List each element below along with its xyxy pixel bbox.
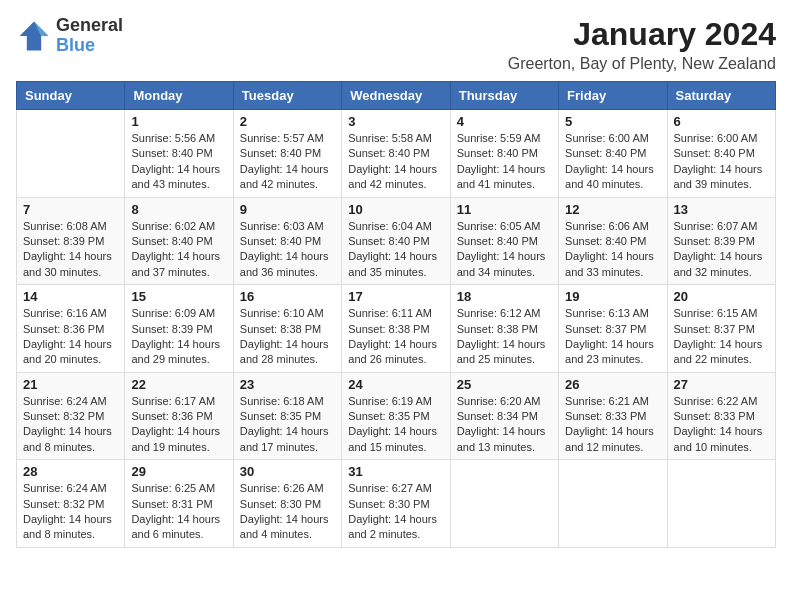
header-sunday: Sunday: [17, 82, 125, 110]
day-number: 21: [23, 377, 118, 392]
header-monday: Monday: [125, 82, 233, 110]
day-info: Sunrise: 6:08 AM Sunset: 8:39 PM Dayligh…: [23, 219, 118, 281]
header-friday: Friday: [559, 82, 667, 110]
calendar-cell: 3Sunrise: 5:58 AM Sunset: 8:40 PM Daylig…: [342, 110, 450, 198]
calendar-cell: 4Sunrise: 5:59 AM Sunset: 8:40 PM Daylig…: [450, 110, 558, 198]
calendar-cell: [667, 460, 775, 548]
calendar-cell: 10Sunrise: 6:04 AM Sunset: 8:40 PM Dayli…: [342, 197, 450, 285]
header-saturday: Saturday: [667, 82, 775, 110]
day-info: Sunrise: 6:16 AM Sunset: 8:36 PM Dayligh…: [23, 306, 118, 368]
day-info: Sunrise: 5:56 AM Sunset: 8:40 PM Dayligh…: [131, 131, 226, 193]
calendar-cell: 22Sunrise: 6:17 AM Sunset: 8:36 PM Dayli…: [125, 372, 233, 460]
day-info: Sunrise: 6:26 AM Sunset: 8:30 PM Dayligh…: [240, 481, 335, 543]
day-number: 18: [457, 289, 552, 304]
day-info: Sunrise: 6:00 AM Sunset: 8:40 PM Dayligh…: [674, 131, 769, 193]
calendar-cell: 13Sunrise: 6:07 AM Sunset: 8:39 PM Dayli…: [667, 197, 775, 285]
calendar-row-5: 28Sunrise: 6:24 AM Sunset: 8:32 PM Dayli…: [17, 460, 776, 548]
day-info: Sunrise: 5:58 AM Sunset: 8:40 PM Dayligh…: [348, 131, 443, 193]
day-number: 4: [457, 114, 552, 129]
day-info: Sunrise: 6:24 AM Sunset: 8:32 PM Dayligh…: [23, 481, 118, 543]
calendar-cell: 14Sunrise: 6:16 AM Sunset: 8:36 PM Dayli…: [17, 285, 125, 373]
day-info: Sunrise: 6:24 AM Sunset: 8:32 PM Dayligh…: [23, 394, 118, 456]
calendar-cell: 15Sunrise: 6:09 AM Sunset: 8:39 PM Dayli…: [125, 285, 233, 373]
calendar-cell: 9Sunrise: 6:03 AM Sunset: 8:40 PM Daylig…: [233, 197, 341, 285]
day-number: 23: [240, 377, 335, 392]
calendar: SundayMondayTuesdayWednesdayThursdayFrid…: [16, 81, 776, 548]
day-info: Sunrise: 6:21 AM Sunset: 8:33 PM Dayligh…: [565, 394, 660, 456]
calendar-cell: 5Sunrise: 6:00 AM Sunset: 8:40 PM Daylig…: [559, 110, 667, 198]
calendar-cell: 27Sunrise: 6:22 AM Sunset: 8:33 PM Dayli…: [667, 372, 775, 460]
calendar-cell: 11Sunrise: 6:05 AM Sunset: 8:40 PM Dayli…: [450, 197, 558, 285]
day-info: Sunrise: 6:11 AM Sunset: 8:38 PM Dayligh…: [348, 306, 443, 368]
calendar-cell: [450, 460, 558, 548]
day-info: Sunrise: 6:07 AM Sunset: 8:39 PM Dayligh…: [674, 219, 769, 281]
day-info: Sunrise: 6:20 AM Sunset: 8:34 PM Dayligh…: [457, 394, 552, 456]
day-info: Sunrise: 6:19 AM Sunset: 8:35 PM Dayligh…: [348, 394, 443, 456]
day-number: 27: [674, 377, 769, 392]
day-number: 3: [348, 114, 443, 129]
day-number: 12: [565, 202, 660, 217]
day-number: 26: [565, 377, 660, 392]
day-info: Sunrise: 6:15 AM Sunset: 8:37 PM Dayligh…: [674, 306, 769, 368]
calendar-row-2: 7Sunrise: 6:08 AM Sunset: 8:39 PM Daylig…: [17, 197, 776, 285]
logo-blue: Blue: [56, 36, 123, 56]
day-info: Sunrise: 5:57 AM Sunset: 8:40 PM Dayligh…: [240, 131, 335, 193]
logo-general: General: [56, 16, 123, 36]
day-number: 14: [23, 289, 118, 304]
calendar-cell: 1Sunrise: 5:56 AM Sunset: 8:40 PM Daylig…: [125, 110, 233, 198]
calendar-cell: 20Sunrise: 6:15 AM Sunset: 8:37 PM Dayli…: [667, 285, 775, 373]
calendar-cell: [559, 460, 667, 548]
day-number: 5: [565, 114, 660, 129]
calendar-cell: 12Sunrise: 6:06 AM Sunset: 8:40 PM Dayli…: [559, 197, 667, 285]
calendar-cell: 29Sunrise: 6:25 AM Sunset: 8:31 PM Dayli…: [125, 460, 233, 548]
day-number: 20: [674, 289, 769, 304]
calendar-cell: 17Sunrise: 6:11 AM Sunset: 8:38 PM Dayli…: [342, 285, 450, 373]
day-info: Sunrise: 6:13 AM Sunset: 8:37 PM Dayligh…: [565, 306, 660, 368]
calendar-cell: 26Sunrise: 6:21 AM Sunset: 8:33 PM Dayli…: [559, 372, 667, 460]
calendar-row-3: 14Sunrise: 6:16 AM Sunset: 8:36 PM Dayli…: [17, 285, 776, 373]
day-number: 8: [131, 202, 226, 217]
day-number: 19: [565, 289, 660, 304]
day-number: 7: [23, 202, 118, 217]
header-thursday: Thursday: [450, 82, 558, 110]
day-info: Sunrise: 6:27 AM Sunset: 8:30 PM Dayligh…: [348, 481, 443, 543]
day-number: 13: [674, 202, 769, 217]
logo-icon: [16, 18, 52, 54]
calendar-cell: 19Sunrise: 6:13 AM Sunset: 8:37 PM Dayli…: [559, 285, 667, 373]
day-number: 9: [240, 202, 335, 217]
logo-text: General Blue: [56, 16, 123, 56]
calendar-cell: 21Sunrise: 6:24 AM Sunset: 8:32 PM Dayli…: [17, 372, 125, 460]
day-info: Sunrise: 6:00 AM Sunset: 8:40 PM Dayligh…: [565, 131, 660, 193]
calendar-cell: 2Sunrise: 5:57 AM Sunset: 8:40 PM Daylig…: [233, 110, 341, 198]
day-info: Sunrise: 6:09 AM Sunset: 8:39 PM Dayligh…: [131, 306, 226, 368]
location-title: Greerton, Bay of Plenty, New Zealand: [508, 55, 776, 73]
day-number: 29: [131, 464, 226, 479]
header-tuesday: Tuesday: [233, 82, 341, 110]
calendar-header-row: SundayMondayTuesdayWednesdayThursdayFrid…: [17, 82, 776, 110]
day-number: 17: [348, 289, 443, 304]
day-number: 24: [348, 377, 443, 392]
calendar-row-1: 1Sunrise: 5:56 AM Sunset: 8:40 PM Daylig…: [17, 110, 776, 198]
calendar-cell: 31Sunrise: 6:27 AM Sunset: 8:30 PM Dayli…: [342, 460, 450, 548]
calendar-cell: 7Sunrise: 6:08 AM Sunset: 8:39 PM Daylig…: [17, 197, 125, 285]
calendar-cell: 23Sunrise: 6:18 AM Sunset: 8:35 PM Dayli…: [233, 372, 341, 460]
day-info: Sunrise: 6:17 AM Sunset: 8:36 PM Dayligh…: [131, 394, 226, 456]
day-info: Sunrise: 5:59 AM Sunset: 8:40 PM Dayligh…: [457, 131, 552, 193]
day-info: Sunrise: 6:02 AM Sunset: 8:40 PM Dayligh…: [131, 219, 226, 281]
calendar-cell: 6Sunrise: 6:00 AM Sunset: 8:40 PM Daylig…: [667, 110, 775, 198]
calendar-cell: [17, 110, 125, 198]
day-info: Sunrise: 6:05 AM Sunset: 8:40 PM Dayligh…: [457, 219, 552, 281]
calendar-cell: 24Sunrise: 6:19 AM Sunset: 8:35 PM Dayli…: [342, 372, 450, 460]
day-number: 16: [240, 289, 335, 304]
calendar-cell: 28Sunrise: 6:24 AM Sunset: 8:32 PM Dayli…: [17, 460, 125, 548]
day-number: 2: [240, 114, 335, 129]
day-info: Sunrise: 6:10 AM Sunset: 8:38 PM Dayligh…: [240, 306, 335, 368]
day-info: Sunrise: 6:03 AM Sunset: 8:40 PM Dayligh…: [240, 219, 335, 281]
calendar-cell: 25Sunrise: 6:20 AM Sunset: 8:34 PM Dayli…: [450, 372, 558, 460]
day-number: 1: [131, 114, 226, 129]
day-number: 31: [348, 464, 443, 479]
day-number: 6: [674, 114, 769, 129]
day-number: 30: [240, 464, 335, 479]
day-info: Sunrise: 6:04 AM Sunset: 8:40 PM Dayligh…: [348, 219, 443, 281]
logo: General Blue: [16, 16, 123, 56]
